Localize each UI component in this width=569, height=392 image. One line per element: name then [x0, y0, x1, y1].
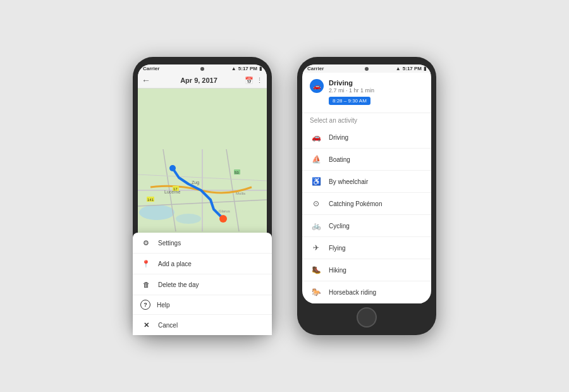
boating-label: Boating — [329, 156, 350, 163]
activity-list: 🚗 Driving ⛵ Boating ♿ By wheelchair ⊙ Ca… — [302, 126, 431, 303]
home-button-right[interactable] — [357, 307, 377, 328]
driving-label: Driving — [329, 134, 348, 141]
pokemon-icon: ⊙ — [310, 197, 322, 210]
activity-item-pokemon[interactable]: ⊙ Catching Pokémon — [302, 193, 431, 215]
driving-icon: 🚗 — [310, 131, 322, 144]
menu-item-delete-day[interactable]: 🗑 Delete the day — [138, 274, 267, 295]
delete-label: Delete the day — [158, 281, 199, 288]
delete-icon: 🗑 — [140, 279, 152, 290]
activity-item-horseback[interactable]: 🐎 Horseback riding — [302, 281, 431, 303]
driving-mode-icon: 🚗 — [310, 79, 324, 93]
time-right: 5:17 PM — [403, 66, 422, 71]
activity-info: Driving 2.7 mi · 1 hr 1 min 8:28 – 9:30 … — [329, 79, 374, 105]
horseback-label: Horseback riding — [329, 289, 376, 296]
calendar-icon[interactable]: 📅 — [245, 77, 254, 85]
menu-item-settings[interactable]: ⚙ Settings — [138, 233, 267, 254]
status-icons: ▲ 5:17 PM ▮ — [231, 66, 262, 71]
boating-icon: ⛵ — [310, 153, 322, 166]
header-title: Apr 9, 2017 — [153, 77, 245, 84]
carrier-right: Carrier — [307, 66, 324, 71]
settings-label: Settings — [158, 240, 181, 247]
battery-icon-right: ▮ — [424, 66, 426, 71]
help-label: Help — [157, 302, 170, 304]
svg-text:Mollis: Mollis — [236, 192, 245, 195]
svg-text:141: 141 — [147, 198, 154, 202]
activity-header-top: 🚗 Driving 2.7 mi · 1 hr 1 min 8:28 – 9:3… — [310, 79, 424, 105]
svg-text:17: 17 — [173, 187, 178, 191]
wifi-icon-right: ▲ — [396, 66, 401, 71]
activity-item-wheelchair[interactable]: ♿ By wheelchair — [302, 171, 431, 193]
pokemon-label: Catching Pokémon — [329, 200, 382, 207]
flying-label: Flying — [329, 245, 346, 252]
back-button[interactable]: ← — [142, 75, 150, 85]
hiking-label: Hiking — [329, 267, 346, 274]
svg-text:Glarus: Glarus — [219, 209, 230, 213]
activity-item-hiking[interactable]: 🥾 Hiking — [302, 259, 431, 281]
add-place-icon: 📍 — [140, 258, 152, 269]
activity-header: 🚗 Driving 2.7 mi · 1 hr 1 min 8:28 – 9:3… — [302, 73, 431, 113]
more-icon[interactable]: ⋮ — [256, 77, 263, 85]
cycling-icon: 🚲 — [310, 219, 322, 232]
activity-distance: 2.7 mi · 1 hr 1 min — [329, 87, 374, 94]
activity-item-boating[interactable]: ⛵ Boating — [302, 149, 431, 171]
left-phone-screen: Carrier ▲ 5:17 PM ▮ ← Apr 9, 2017 📅 ⋮ — [138, 64, 267, 303]
header-actions: 📅 ⋮ — [245, 77, 263, 85]
app-header-left: ← Apr 9, 2017 📅 ⋮ — [138, 73, 267, 89]
add-place-label: Add a place — [158, 260, 192, 267]
hiking-icon: 🥾 — [310, 264, 322, 276]
svg-point-9 — [169, 165, 176, 171]
activity-type: Driving — [329, 79, 374, 87]
svg-point-1 — [139, 205, 174, 220]
settings-icon: ⚙ — [140, 237, 152, 248]
activity-item-flying[interactable]: ✈ Flying — [302, 237, 431, 259]
context-menu: ⚙ Settings 📍 Add a place 🗑 Delete the da… — [138, 233, 267, 303]
carrier-label: Carrier — [143, 66, 159, 71]
menu-item-help[interactable]: ? Help — [138, 295, 267, 303]
activity-time-badge: 8:28 – 9:30 AM — [329, 97, 370, 105]
wheelchair-label: By wheelchair — [329, 178, 368, 185]
flying-icon: ✈ — [310, 242, 322, 254]
horseback-icon: 🐎 — [310, 286, 322, 298]
activity-item-driving[interactable]: 🚗 Driving — [302, 126, 431, 149]
wifi-icon: ▲ — [231, 66, 236, 71]
select-activity-label: Select an activity — [302, 113, 431, 126]
battery-icon: ▮ — [259, 66, 262, 71]
right-phone-screen: Carrier ▲ 5:17 PM ▮ 🚗 Driving 2.7 mi · 1… — [302, 64, 431, 303]
cycling-label: Cycling — [329, 223, 350, 230]
activity-item-cycling[interactable]: 🚲 Cycling — [302, 215, 431, 237]
svg-point-2 — [176, 214, 201, 224]
right-phone: Carrier ▲ 5:17 PM ▮ 🚗 Driving 2.7 mi · 1… — [297, 57, 436, 335]
left-phone: Carrier ▲ 5:17 PM ▮ ← Apr 9, 2017 📅 ⋮ — [133, 57, 272, 335]
status-icons-right: ▲ 5:17 PM ▮ — [396, 66, 426, 71]
time-label: 5:17 PM — [238, 66, 257, 71]
wheelchair-icon: ♿ — [310, 175, 322, 188]
menu-item-add-place[interactable]: 📍 Add a place — [138, 254, 267, 274]
svg-text:Zug: Zug — [192, 180, 199, 185]
help-icon: ? — [140, 300, 150, 303]
svg-point-10 — [219, 215, 227, 223]
status-bar-left: Carrier ▲ 5:17 PM ▮ — [138, 64, 267, 73]
status-bar-right: Carrier ▲ 5:17 PM ▮ — [302, 64, 431, 73]
svg-text:53: 53 — [235, 171, 239, 175]
